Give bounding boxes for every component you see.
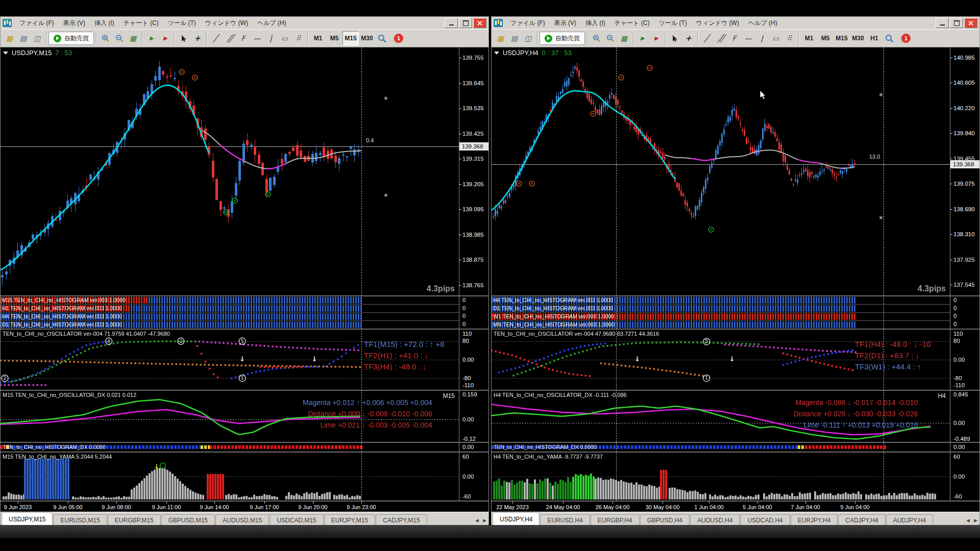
chart-tab[interactable]: AUDJPY,H4 [886, 514, 933, 525]
menu-item[interactable]: チャート (C) [119, 17, 163, 29]
chart-tab[interactable]: USDJPY,H4 [493, 512, 540, 525]
menu-item[interactable]: ツール (T) [654, 17, 692, 29]
chart-tab[interactable]: AUDUSD,H4 [690, 514, 740, 525]
autotrade-button[interactable]: 自動売買 [540, 32, 585, 45]
chart-tab[interactable]: GBPUSD,H4 [640, 514, 690, 525]
autoscroll-button[interactable] [144, 31, 158, 45]
restore-button[interactable] [950, 18, 963, 28]
close-button[interactable] [473, 18, 486, 28]
templates-button[interactable] [521, 31, 535, 45]
hline-button[interactable] [741, 31, 755, 45]
fibonacci-button[interactable] [727, 31, 741, 45]
chart-tab[interactable]: EURJPY,M15 [324, 514, 375, 525]
trendline-button[interactable] [209, 31, 223, 45]
zoom-out-button[interactable] [603, 31, 617, 45]
price-chart-canvas[interactable] [1, 47, 459, 295]
autoscroll-button[interactable] [635, 31, 649, 45]
menu-item[interactable]: 表示 (V) [550, 17, 581, 29]
vline-button[interactable] [755, 31, 769, 45]
chart-shift-button[interactable] [649, 31, 663, 45]
trendline-button[interactable] [700, 31, 714, 45]
restore-button[interactable] [459, 18, 472, 28]
cursor-button[interactable] [668, 31, 681, 45]
profiles-button[interactable] [16, 31, 30, 45]
timeframe-button[interactable]: M5 [817, 31, 834, 45]
menu-item[interactable]: チャート (C) [610, 17, 654, 29]
timeframe-button[interactable]: M30 [850, 31, 866, 45]
tab-scroll-left-button[interactable] [473, 515, 481, 525]
timeframe-button[interactable]: M30 [359, 31, 375, 45]
chart-tab[interactable]: GBPUSD,M15 [161, 514, 215, 525]
autotrade-button[interactable]: 自動売買 [48, 32, 94, 45]
search-button[interactable] [375, 31, 389, 45]
fibonacci-button[interactable] [236, 31, 250, 45]
timeframe-button[interactable]: M1 [310, 31, 326, 45]
chart-shift-icon [163, 34, 167, 42]
templates-button[interactable] [30, 31, 44, 45]
tab-scroll-left-button[interactable] [964, 515, 972, 525]
timeframe-button[interactable]: M15 [342, 31, 359, 45]
notification-badge[interactable]: 1 [394, 34, 403, 43]
yama-canvas[interactable] [1, 453, 459, 500]
menu-item[interactable]: ウィンドウ (W) [201, 17, 253, 29]
menu-item[interactable]: ヘルプ (H) [253, 17, 291, 29]
chart-tab[interactable]: EURUSD,H4 [540, 514, 590, 525]
timeframe-button[interactable]: M1 [801, 31, 817, 45]
yama-canvas[interactable] [492, 453, 950, 500]
chart-shift-button[interactable] [158, 31, 172, 45]
menu-item[interactable]: ツール (T) [163, 17, 201, 29]
menu-item[interactable]: 挿入 (I) [90, 17, 119, 29]
channel-button[interactable] [223, 31, 236, 45]
shapes-button[interactable] [278, 31, 291, 45]
menu-item[interactable]: ウィンドウ (W) [692, 17, 744, 29]
vline-button[interactable] [264, 31, 278, 45]
timeframe-button[interactable]: M15 [834, 31, 850, 45]
search-button[interactable] [883, 31, 896, 45]
chart-tab[interactable]: CADJPY,H4 [838, 514, 885, 525]
new-chart-button[interactable] [494, 31, 507, 45]
crosshair-button[interactable] [681, 31, 695, 45]
chart-tab[interactable]: USDJPY,M15 [2, 512, 53, 525]
chevron-down-icon[interactable] [494, 52, 499, 55]
new-chart-button[interactable] [3, 31, 16, 45]
menu-bar: ファイル (F)表示 (V)挿入 (I)チャート (C)ツール (T)ウィンドウ… [1, 17, 488, 30]
menu-item[interactable]: ファイル (F) [15, 17, 59, 29]
zoom-in-button[interactable] [99, 31, 112, 45]
menu-item[interactable]: 挿入 (I) [581, 17, 610, 29]
chart-tab[interactable]: EURJPY,H4 [791, 514, 838, 525]
chart-tab[interactable]: CADJPY,M15 [376, 514, 427, 525]
menu-item[interactable]: 表示 (V) [59, 17, 90, 29]
zoom-in-button[interactable] [590, 31, 603, 45]
channel-button[interactable] [714, 31, 727, 45]
objects-button[interactable] [782, 31, 796, 45]
shapes-button[interactable] [769, 31, 782, 45]
chart-tab[interactable]: USDCAD,M15 [270, 514, 323, 525]
hline-button[interactable] [250, 31, 264, 45]
tile-windows-button[interactable] [617, 31, 631, 45]
menu-item[interactable]: ヘルプ (H) [744, 17, 782, 29]
menu-item[interactable]: ファイル (F) [506, 17, 550, 29]
cursor-button[interactable] [177, 31, 190, 45]
timeframe-button[interactable]: H1 [866, 31, 883, 45]
trendline-icon [704, 35, 708, 42]
tab-scroll-right-button[interactable] [481, 515, 488, 525]
chart-tab[interactable]: USDCAD,H4 [740, 514, 790, 525]
timeframe-button[interactable]: M5 [326, 31, 342, 45]
notification-badge[interactable]: 1 [901, 34, 911, 43]
chart-tab[interactable]: EURUSD,M15 [53, 514, 107, 525]
chevron-down-icon[interactable] [3, 52, 8, 55]
chart-tab[interactable]: EURGBP,H4 [591, 514, 640, 525]
current-price-box: 139.368 [459, 142, 488, 151]
minimize-button[interactable] [936, 18, 949, 28]
objects-button[interactable] [291, 31, 305, 45]
crosshair-button[interactable] [190, 31, 204, 45]
tile-windows-button[interactable] [126, 31, 140, 45]
tab-scroll-right-button[interactable] [972, 515, 979, 525]
price-chart-canvas[interactable] [492, 47, 950, 295]
close-button[interactable] [964, 18, 977, 28]
zoom-out-button[interactable] [112, 31, 126, 45]
profiles-button[interactable] [507, 31, 521, 45]
minimize-button[interactable] [445, 18, 458, 28]
chart-tab[interactable]: AUDUSD,M15 [215, 514, 269, 525]
chart-tab[interactable]: EURGBP,M15 [108, 514, 161, 525]
